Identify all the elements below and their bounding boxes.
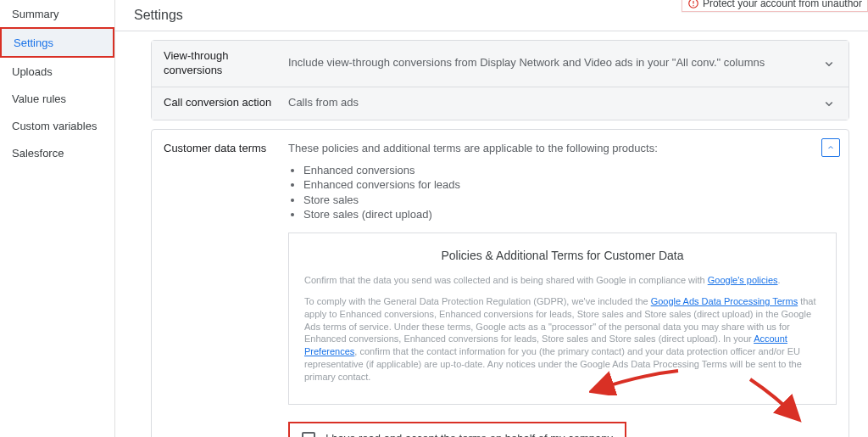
policies-paragraph-1: Confirm that the data you send was colle…: [304, 274, 821, 287]
collapse-toggle[interactable]: [821, 138, 840, 157]
policies-title: Policies & Additional Terms for Customer…: [304, 249, 821, 262]
accept-terms-checkbox[interactable]: [302, 432, 315, 437]
data-processing-terms-link[interactable]: Google Ads Data Processing Terms: [651, 296, 798, 306]
sidebar-item-summary[interactable]: Summary: [0, 0, 114, 27]
accept-terms-row: I have read and accept the terms on beha…: [288, 422, 626, 437]
row-value: Calls from ads: [288, 96, 821, 110]
customer-data-terms-card: Customer data terms These policies and a…: [151, 129, 849, 437]
chevron-up-icon: [826, 143, 836, 153]
chevron-down-icon: [821, 96, 837, 111]
alert-icon: [687, 0, 699, 9]
list-item: Enhanced conversions: [303, 163, 837, 178]
list-item: Store sales: [303, 193, 837, 208]
sidebar-item-salesforce[interactable]: Salesforce: [0, 139, 114, 166]
row-view-through-conversions[interactable]: View-through conversions Include view-th…: [152, 41, 849, 87]
svg-point-2: [693, 5, 693, 6]
accept-terms-label: I have read and accept the terms on beha…: [326, 432, 613, 437]
list-item: Enhanced conversions for leads: [303, 177, 837, 193]
sidebar-item-uploads[interactable]: Uploads: [0, 58, 114, 85]
row-value: Include view-through conversions from Di…: [288, 56, 821, 70]
policies-paragraph-2: To comply with the General Data Protecti…: [304, 295, 821, 384]
policies-box: Policies & Additional Terms for Customer…: [288, 233, 837, 405]
row-label: Call conversion action: [164, 96, 288, 110]
card-label: Customer data terms: [164, 142, 288, 437]
page-title: Settings: [134, 8, 183, 23]
settings-summary-panel: View-through conversions Include view-th…: [151, 40, 849, 120]
row-call-conversion-action[interactable]: Call conversion action Calls from ads: [152, 87, 849, 120]
list-item: Store sales (direct upload): [303, 207, 837, 222]
google-policies-link[interactable]: Google's policies: [708, 275, 778, 285]
products-list: Enhanced conversionsEnhanced conversions…: [288, 163, 837, 222]
card-intro: These policies and additional terms are …: [288, 142, 837, 154]
sidebar-item-value-rules[interactable]: Value rules: [0, 85, 114, 112]
row-label: View-through conversions: [164, 49, 288, 78]
account-warning-chip[interactable]: Protect your account from unauthor: [682, 0, 868, 12]
sidebar-item-settings[interactable]: Settings: [0, 27, 114, 58]
chevron-down-icon: [821, 56, 837, 71]
sidebar-item-custom-variables[interactable]: Custom variables: [0, 112, 114, 139]
